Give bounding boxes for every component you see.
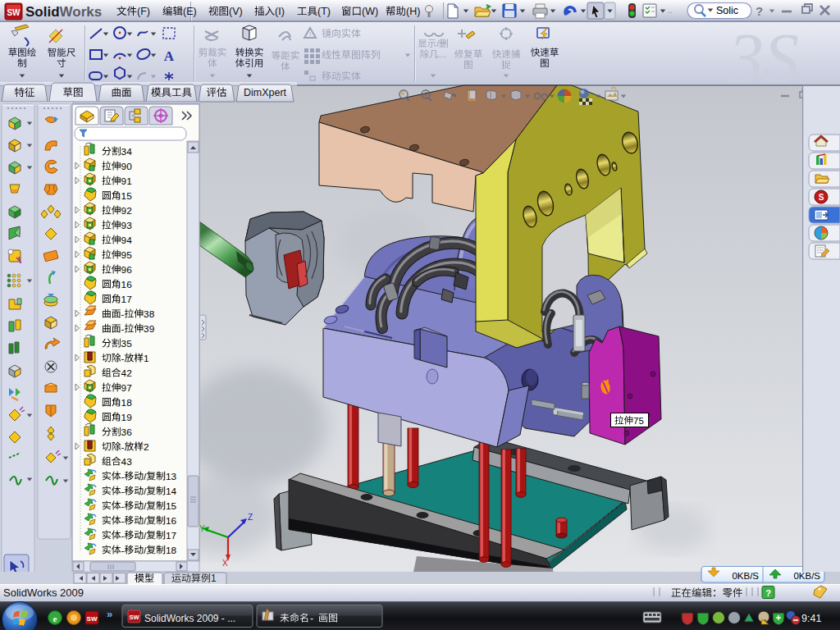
svg-text:SW: SW [129,614,139,621]
svg-text:2: 2 [144,441,149,453]
svg-text:94: 94 [121,235,133,246]
svg-text:1: 1 [211,573,217,584]
svg-text:DimXpert: DimXpert [244,87,287,98]
svg-text:15: 15 [166,500,177,512]
svg-text:43: 43 [121,456,133,468]
svg-text:91: 91 [121,176,132,187]
svg-text:17: 17 [121,294,132,305]
svg-text:9:41: 9:41 [801,613,821,624]
svg-text:90: 90 [121,161,133,172]
svg-text:(H): (H) [406,6,420,17]
svg-text:0KB/S: 0KB/S [793,571,820,581]
svg-text:Z: Z [248,513,253,522]
svg-text:75: 75 [633,416,644,426]
svg-text:(T): (T) [317,6,331,17]
svg-text:A: A [164,48,175,64]
svg-text:93: 93 [121,220,133,231]
svg-text:92: 92 [121,205,132,217]
svg-text:19: 19 [121,412,132,423]
svg-text:?: ? [765,588,771,598]
svg-text:SolidWorks 2009 - ...: SolidWorks 2009 - ... [144,613,235,624]
svg-text:16: 16 [121,279,133,290]
svg-text:X: X [222,559,228,568]
svg-text:95: 95 [121,249,133,261]
svg-text:-: - [121,500,125,512]
svg-text:18: 18 [166,545,177,556]
svg-text:42: 42 [121,368,132,379]
svg-text:35: 35 [121,338,133,349]
svg-text:-: - [121,353,125,364]
svg-text:(F): (F) [137,6,150,17]
svg-text:-: - [121,323,125,335]
svg-text:-: - [121,441,125,453]
svg-text:16: 16 [166,515,177,527]
svg-text:-: - [121,486,125,497]
svg-text:»: » [107,608,112,620]
svg-text:1: 1 [144,353,149,364]
svg-text:(I): (I) [275,6,285,17]
svg-text:SolidWorks 2009: SolidWorks 2009 [3,587,84,599]
svg-text:34: 34 [121,146,133,158]
svg-text:39: 39 [144,323,154,335]
svg-text:..: .. [668,6,673,15]
svg-text:38: 38 [144,308,155,320]
svg-text:0KB/S: 0KB/S [732,571,759,581]
svg-text:Solic: Solic [716,5,738,16]
svg-text:-: - [121,530,125,541]
svg-text:14: 14 [166,486,177,497]
svg-text:17: 17 [166,530,176,541]
svg-text:13: 13 [166,471,177,482]
svg-text:(W): (W) [362,6,378,17]
svg-text:18: 18 [121,397,133,409]
svg-text:SW: SW [7,8,21,17]
svg-text:96: 96 [121,264,133,276]
svg-text:(E): (E) [183,6,197,17]
svg-text:-: - [121,515,125,527]
svg-text:-: - [310,613,313,624]
svg-text:e: e [53,614,57,623]
svg-text:-: - [121,308,125,320]
svg-text:?: ? [756,4,763,18]
svg-text:SolidWorks: SolidWorks [25,4,102,20]
svg-text:...: ... [439,49,447,59]
svg-text:SW: SW [87,615,98,623]
svg-text:36: 36 [121,427,133,438]
svg-text:S: S [819,193,824,202]
svg-text:(V): (V) [229,6,243,17]
svg-text:97: 97 [121,382,132,394]
svg-text:!: ! [309,30,311,38]
svg-text:Y: Y [199,524,205,533]
svg-text:-: - [121,471,125,482]
svg-text:15: 15 [121,190,133,202]
svg-text:-: - [121,545,125,556]
